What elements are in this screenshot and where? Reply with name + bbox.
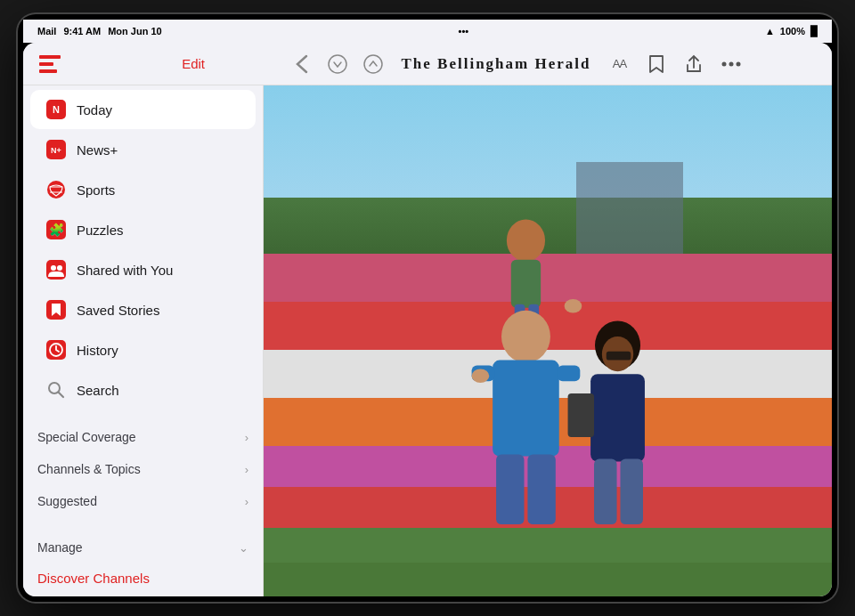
- status-date: Mon Jun 10: [108, 26, 162, 36]
- ipad-screen: Edit: [23, 43, 832, 596]
- sidebar-item-saved[interactable]: Saved Stories: [30, 290, 256, 329]
- svg-rect-2: [39, 69, 57, 73]
- svg-rect-41: [594, 459, 617, 525]
- status-app: Mail: [37, 26, 56, 36]
- notifications-email-link[interactable]: Notifications & Email: [37, 593, 248, 596]
- svg-text:N+: N+: [51, 146, 61, 155]
- sidebar-special-coverage[interactable]: Special Coverage ›: [23, 421, 263, 453]
- chevron-channels-topics: ›: [245, 463, 248, 476]
- tulip-scene: [264, 85, 832, 596]
- svg-point-29: [501, 311, 550, 363]
- people-svg: [264, 85, 832, 596]
- svg-rect-26: [511, 260, 541, 308]
- sidebar-suggested[interactable]: Suggested ›: [23, 485, 263, 517]
- article-area: [264, 85, 832, 596]
- main-content: N Today N+ News+: [23, 85, 832, 596]
- sidebar-item-today[interactable]: N Today: [30, 90, 256, 129]
- ipad-frame: Mail 9:41 AM Mon Jun 10 ••• ▲ 100% ▉: [18, 14, 837, 602]
- manage-header[interactable]: Manage ⌄: [37, 535, 248, 560]
- discover-channels-link[interactable]: Discover Channels: [37, 563, 248, 593]
- svg-rect-0: [39, 55, 61, 59]
- puzzles-icon: 🧩: [45, 218, 68, 241]
- manage-items: Discover Channels Notifications & Email …: [37, 560, 248, 596]
- bookmark-button[interactable]: [642, 50, 671, 78]
- svg-point-33: [472, 369, 490, 383]
- toolbar-center: The Bellingham Herald AA: [212, 50, 821, 78]
- suggested-label: Suggested: [37, 494, 97, 508]
- sidebar-item-shared-label: Shared with You: [77, 263, 173, 278]
- newsplus-icon: N+: [45, 138, 68, 161]
- svg-rect-39: [607, 352, 631, 361]
- dislike-button[interactable]: [323, 50, 352, 78]
- sidebar-toggle-button[interactable]: [34, 48, 66, 80]
- back-button[interactable]: [288, 50, 316, 78]
- shared-icon: [45, 258, 68, 281]
- svg-rect-43: [568, 393, 594, 437]
- status-left: Mail 9:41 AM Mon Jun 10: [37, 26, 162, 36]
- status-right: ▲ 100% ▉: [765, 26, 818, 37]
- svg-text:N: N: [53, 104, 60, 115]
- svg-point-18: [51, 265, 56, 271]
- chevron-suggested: ›: [245, 495, 248, 508]
- chevron-special-coverage: ›: [245, 431, 248, 444]
- toolbar-nav-icons: [288, 50, 387, 78]
- text-size-button[interactable]: AA: [605, 50, 633, 78]
- status-center: •••: [459, 26, 469, 36]
- history-icon: [45, 338, 68, 361]
- sidebar-item-search[interactable]: Search: [30, 370, 256, 409]
- svg-rect-32: [558, 365, 581, 381]
- sidebar-item-search-label: Search: [77, 383, 119, 398]
- toolbar-left: Edit: [34, 48, 212, 80]
- edit-button[interactable]: Edit: [175, 53, 212, 75]
- more-button[interactable]: [717, 50, 745, 78]
- sidebar-item-history-label: History: [77, 343, 118, 358]
- channels-topics-label: Channels & Topics: [37, 462, 141, 476]
- sidebar-item-sports[interactable]: Sports: [30, 170, 256, 209]
- like-button[interactable]: [359, 50, 387, 78]
- toolbar: Edit: [23, 43, 832, 85]
- manage-section: Manage ⌄ Discover Channels Notifications…: [23, 528, 263, 596]
- svg-line-24: [59, 393, 64, 398]
- sidebar-item-shared[interactable]: Shared with You: [30, 250, 256, 289]
- sidebar-item-today-label: Today: [77, 102, 112, 118]
- svg-rect-40: [590, 374, 645, 461]
- search-icon: [45, 378, 68, 401]
- wifi-icon: ▲: [765, 26, 775, 36]
- sidebar-channels-topics[interactable]: Channels & Topics ›: [23, 453, 263, 485]
- svg-rect-42: [620, 459, 643, 525]
- sidebar-item-newsplus[interactable]: N+ News+: [30, 130, 256, 169]
- svg-point-25: [507, 220, 545, 262]
- sidebar-item-history[interactable]: History: [30, 330, 256, 369]
- sidebar: N Today N+ News+: [23, 85, 264, 596]
- chevron-manage: ⌄: [239, 541, 248, 555]
- battery-icon: ▉: [810, 26, 818, 37]
- saved-icon: [45, 298, 68, 321]
- status-time: 9:41 AM: [63, 26, 101, 36]
- battery-level: 100%: [780, 26, 805, 36]
- svg-rect-30: [493, 361, 559, 457]
- svg-point-3: [329, 55, 346, 73]
- svg-rect-36: [527, 455, 555, 525]
- svg-point-5: [722, 61, 727, 66]
- svg-point-19: [57, 265, 62, 271]
- sidebar-item-sports-label: Sports: [77, 182, 115, 198]
- publication-title: The Bellingham Herald: [402, 55, 591, 73]
- svg-rect-1: [39, 62, 53, 66]
- today-icon: N: [45, 98, 68, 121]
- sidebar-item-puzzles-label: Puzzles: [77, 223, 124, 238]
- svg-text:🧩: 🧩: [49, 223, 65, 238]
- sidebar-item-newsplus-label: News+: [77, 142, 118, 158]
- status-dots: •••: [459, 26, 469, 36]
- svg-point-7: [737, 61, 741, 66]
- svg-point-34: [565, 299, 582, 313]
- manage-label: Manage: [37, 540, 83, 555]
- special-coverage-label: Special Coverage: [37, 430, 136, 444]
- status-bar: Mail 9:41 AM Mon Jun 10 ••• ▲ 100% ▉: [23, 20, 832, 43]
- share-button[interactable]: [680, 50, 708, 78]
- sidebar-item-puzzles[interactable]: 🧩 Puzzles: [30, 210, 256, 249]
- sidebar-item-saved-label: Saved Stories: [77, 303, 159, 318]
- sports-icon: [45, 178, 68, 201]
- svg-point-6: [729, 61, 734, 66]
- svg-rect-35: [496, 455, 524, 525]
- svg-point-4: [364, 55, 382, 73]
